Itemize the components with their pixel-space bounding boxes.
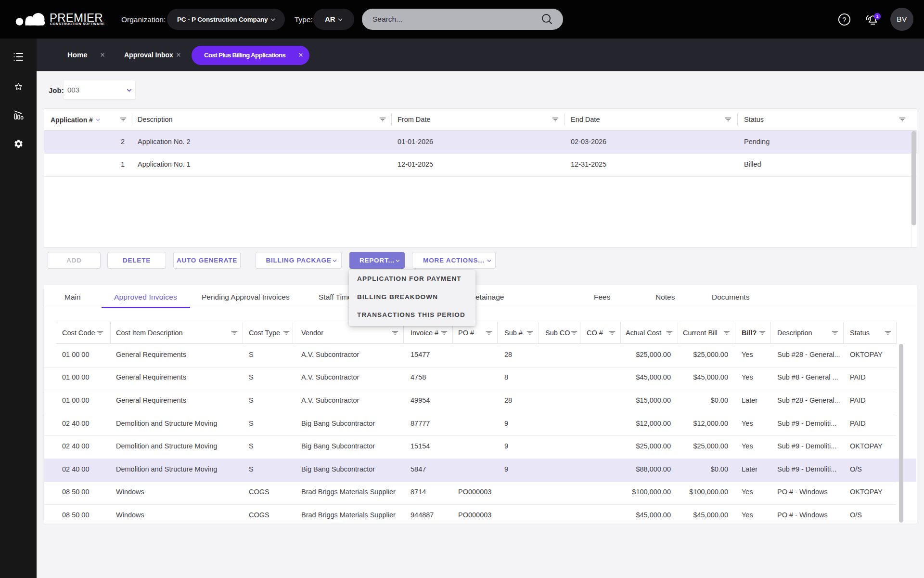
svg-text:?: ?	[843, 16, 847, 24]
